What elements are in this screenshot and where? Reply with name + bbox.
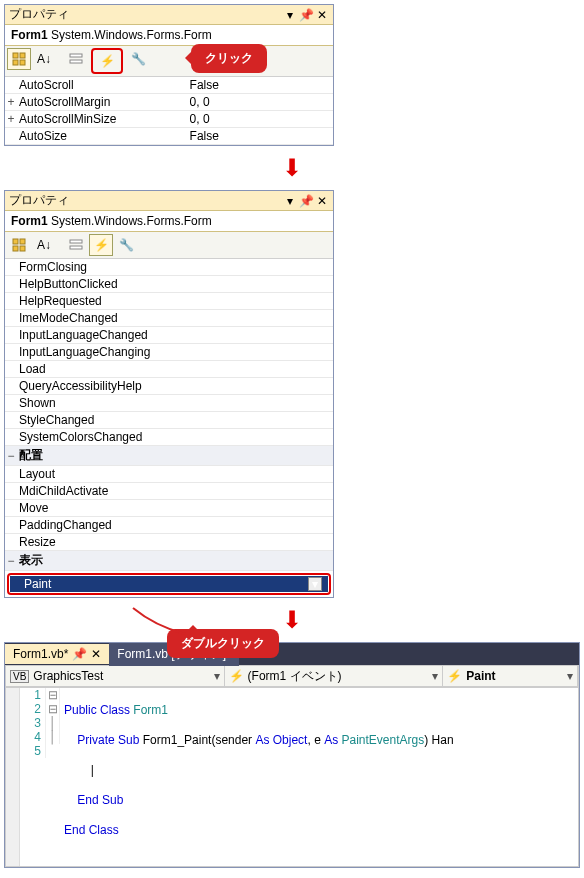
svg-rect-9 — [20, 246, 25, 251]
code-area[interactable]: 12345 ⊟⊟││ Public Class Form1 Private Su… — [5, 687, 579, 867]
object-selector[interactable]: Form1 System.Windows.Forms.Form — [5, 211, 333, 232]
event-row[interactable]: HelpButtonClicked — [5, 276, 333, 293]
pin-icon[interactable]: 📌 — [72, 647, 87, 661]
lightning-icon: ⚡ — [447, 669, 462, 683]
lightning-icon: ⚡ — [229, 669, 244, 683]
event-row[interactable]: PaddingChanged — [5, 517, 333, 534]
panel-title: プロパティ — [9, 192, 281, 209]
property-row[interactable]: AutoSizeFalse — [5, 128, 333, 145]
events-button-highlight: ⚡ — [91, 48, 123, 74]
navigation-bar: VBGraphicsTest▾ ⚡(Form1 イベント)▾ ⚡Paint▾ — [5, 665, 579, 687]
categorized-button[interactable] — [7, 234, 31, 256]
callout: クリック — [191, 44, 267, 73]
lightning-icon: ⚡ — [100, 54, 115, 68]
dropdown-icon[interactable]: ▾ — [283, 194, 297, 208]
arrow-down-icon: ⬇ — [0, 602, 584, 638]
event-row-paint[interactable]: Paint ▾ — [10, 576, 328, 592]
object-name: Form1 — [11, 28, 48, 42]
properties-button[interactable] — [64, 48, 88, 70]
property-row[interactable]: AutoScrollFalse — [5, 77, 333, 94]
doubleclick-bubble: ダブルクリック — [167, 629, 279, 658]
properties-panel-1: プロパティ ▾ 📌 ✕ Form1 System.Windows.Forms.F… — [4, 4, 334, 146]
code-text[interactable]: Public Class Form1 Private Sub Form1_Pai… — [60, 688, 578, 866]
wrench-button[interactable]: 🔧 — [114, 234, 138, 256]
wrench-button[interactable]: 🔧 — [126, 48, 150, 70]
svg-rect-2 — [13, 60, 18, 65]
toolbar: A↓ ⚡ 🔧 — [5, 232, 333, 259]
arrow-down-icon: ⬇ — [0, 872, 584, 878]
lightning-icon: ⚡ — [94, 238, 109, 252]
svg-rect-5 — [70, 60, 82, 63]
titlebar: プロパティ ▾ 📌 ✕ — [5, 5, 333, 25]
event-row[interactable]: HelpRequested — [5, 293, 333, 310]
svg-rect-7 — [20, 239, 25, 244]
pin-icon[interactable]: 📌 — [299, 194, 313, 208]
object-type: System.Windows.Forms.Form — [51, 28, 212, 42]
tab-strip: Form1.vb*📌✕ Form1.vb [デザイン]* — [5, 643, 579, 665]
svg-rect-11 — [70, 246, 82, 249]
section-header[interactable]: −表示 — [5, 551, 333, 571]
chevron-down-icon: ▾ — [214, 669, 220, 683]
event-row[interactable]: MdiChildActivate — [5, 483, 333, 500]
close-icon[interactable]: ✕ — [315, 194, 329, 208]
event-row[interactable]: InputLanguageChanged — [5, 327, 333, 344]
chevron-down-icon: ▾ — [567, 669, 573, 683]
property-row[interactable]: +AutoScrollMargin0, 0 — [5, 94, 333, 111]
class-combo[interactable]: ⚡(Form1 イベント)▾ — [225, 666, 444, 686]
alphabetical-button[interactable]: A↓ — [32, 234, 56, 256]
callout: ダブルクリック — [167, 629, 279, 658]
svg-rect-6 — [13, 239, 18, 244]
svg-rect-10 — [70, 240, 82, 243]
property-grid: AutoScrollFalse +AutoScrollMargin0, 0 +A… — [5, 77, 333, 145]
object-selector[interactable]: Form1 System.Windows.Forms.Form — [5, 25, 333, 46]
member-combo[interactable]: ⚡Paint▾ — [443, 666, 578, 686]
svg-rect-8 — [13, 246, 18, 251]
line-numbers: 12345 — [20, 688, 46, 866]
arrow-down-icon: ⬇ — [0, 150, 584, 186]
dropdown-icon[interactable]: ▾ — [283, 8, 297, 22]
events-button[interactable]: ⚡ — [95, 50, 119, 72]
event-row[interactable]: Shown — [5, 395, 333, 412]
events-button[interactable]: ⚡ — [89, 234, 113, 256]
code-editor-1: Form1.vb*📌✕ Form1.vb [デザイン]* VBGraphicsT… — [4, 642, 580, 868]
property-row[interactable]: +AutoScrollMinSize0, 0 — [5, 111, 333, 128]
vb-icon: VB — [10, 670, 29, 683]
fold-column: ⊟⊟││ — [46, 688, 60, 866]
toolbar: A↓ ⚡ 🔧 クリック — [5, 46, 333, 77]
titlebar: プロパティ ▾ 📌 ✕ — [5, 191, 333, 211]
properties-button[interactable] — [64, 234, 88, 256]
events-grid: FormClosing HelpButtonClicked HelpReques… — [5, 259, 333, 595]
paint-highlight: Paint ▾ — [7, 573, 331, 595]
panel-title: プロパティ — [9, 6, 281, 23]
event-row[interactable]: StyleChanged — [5, 412, 333, 429]
event-row[interactable]: Layout — [5, 466, 333, 483]
margin — [6, 688, 20, 866]
event-row[interactable]: ImeModeChanged — [5, 310, 333, 327]
pin-icon[interactable]: 📌 — [299, 8, 313, 22]
dropdown-button[interactable]: ▾ — [308, 577, 322, 591]
svg-rect-4 — [70, 54, 82, 57]
event-row[interactable]: Move — [5, 500, 333, 517]
categorized-button[interactable] — [7, 48, 31, 70]
event-row[interactable]: Load — [5, 361, 333, 378]
object-name: Form1 — [11, 214, 48, 228]
object-type: System.Windows.Forms.Form — [51, 214, 212, 228]
event-row[interactable]: SystemColorsChanged — [5, 429, 333, 446]
alphabetical-button[interactable]: A↓ — [32, 48, 56, 70]
event-row[interactable]: FormClosing — [5, 259, 333, 276]
close-icon[interactable]: ✕ — [91, 647, 101, 661]
svg-rect-3 — [20, 60, 25, 65]
click-bubble: クリック — [191, 44, 267, 73]
event-row[interactable]: QueryAccessibilityHelp — [5, 378, 333, 395]
svg-rect-1 — [20, 53, 25, 58]
tab-code[interactable]: Form1.vb*📌✕ — [5, 644, 109, 664]
event-row[interactable]: InputLanguageChanging — [5, 344, 333, 361]
project-combo[interactable]: VBGraphicsTest▾ — [6, 666, 225, 686]
properties-panel-2: プロパティ ▾ 📌 ✕ Form1 System.Windows.Forms.F… — [4, 190, 334, 598]
section-header[interactable]: −配置 — [5, 446, 333, 466]
chevron-down-icon: ▾ — [432, 669, 438, 683]
event-row[interactable]: Resize — [5, 534, 333, 551]
close-icon[interactable]: ✕ — [315, 8, 329, 22]
svg-rect-0 — [13, 53, 18, 58]
